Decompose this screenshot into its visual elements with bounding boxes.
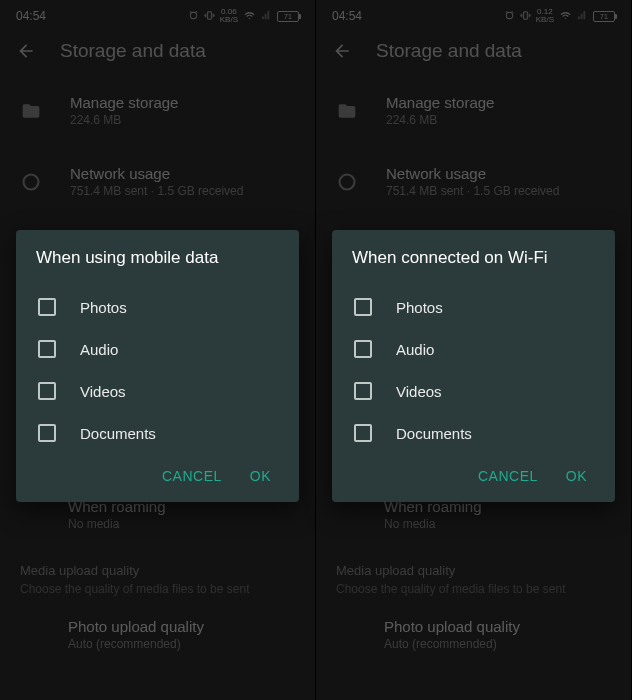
photo-quality-title: Photo upload quality bbox=[68, 618, 204, 635]
photo-quality-sub: Auto (recommended) bbox=[384, 637, 520, 651]
status-icons: 0.06KB/S 71 bbox=[188, 8, 299, 24]
manage-storage-title: Manage storage bbox=[70, 94, 178, 111]
quality-section-label: Media upload quality bbox=[0, 545, 315, 582]
quality-section-sub: Choose the quality of media files to be … bbox=[316, 582, 631, 604]
network-usage-row[interactable]: Network usage 751.4 MB sent · 1.5 GB rec… bbox=[0, 151, 315, 212]
quality-section-sub: Choose the quality of media files to be … bbox=[0, 582, 315, 604]
wifi-icon bbox=[243, 10, 256, 23]
alarm-icon bbox=[504, 10, 515, 23]
option-audio[interactable]: Audio bbox=[36, 328, 279, 370]
phone-right: 04:54 0.12KB/S 71 Storage and data Manag… bbox=[316, 0, 632, 700]
option-audio[interactable]: Audio bbox=[352, 328, 595, 370]
option-label: Videos bbox=[396, 383, 442, 400]
page-header: Storage and data bbox=[0, 28, 315, 80]
status-icons: 0.12KB/S 71 bbox=[504, 8, 615, 24]
checkbox-icon[interactable] bbox=[354, 340, 372, 358]
net-speed: 0.12KB/S bbox=[536, 8, 554, 24]
page-title: Storage and data bbox=[60, 40, 206, 62]
manage-storage-sub: 224.6 MB bbox=[70, 113, 178, 127]
option-photos[interactable]: Photos bbox=[352, 286, 595, 328]
checkbox-icon[interactable] bbox=[354, 382, 372, 400]
quality-section-label: Media upload quality bbox=[316, 545, 631, 582]
data-usage-icon bbox=[20, 171, 42, 193]
folder-icon bbox=[336, 100, 358, 122]
battery-icon: 71 bbox=[277, 11, 299, 22]
option-label: Videos bbox=[80, 383, 126, 400]
dialog-title: When connected on Wi-Fi bbox=[352, 248, 595, 268]
option-videos[interactable]: Videos bbox=[352, 370, 595, 412]
media-autodownload-dialog: When connected on Wi-Fi Photos Audio Vid… bbox=[332, 230, 615, 502]
photo-quality-row[interactable]: Photo upload quality Auto (recommended) bbox=[316, 604, 631, 665]
manage-storage-row[interactable]: Manage storage 224.6 MB bbox=[316, 80, 631, 141]
vibrate-icon bbox=[520, 10, 531, 23]
checkbox-icon[interactable] bbox=[38, 382, 56, 400]
ok-button[interactable]: OK bbox=[250, 468, 271, 484]
checkbox-icon[interactable] bbox=[38, 424, 56, 442]
status-bar: 04:54 0.12KB/S 71 bbox=[316, 0, 631, 28]
cancel-button[interactable]: CANCEL bbox=[162, 468, 222, 484]
signal-icon bbox=[261, 10, 272, 23]
alarm-icon bbox=[188, 10, 199, 23]
option-label: Photos bbox=[396, 299, 443, 316]
battery-icon: 71 bbox=[593, 11, 615, 22]
photo-quality-title: Photo upload quality bbox=[384, 618, 520, 635]
back-icon[interactable] bbox=[332, 41, 352, 61]
dialog-title: When using mobile data bbox=[36, 248, 279, 268]
wifi-icon bbox=[559, 10, 572, 23]
page-title: Storage and data bbox=[376, 40, 522, 62]
checkbox-icon[interactable] bbox=[354, 424, 372, 442]
network-usage-sub: 751.4 MB sent · 1.5 GB received bbox=[386, 184, 559, 198]
option-label: Photos bbox=[80, 299, 127, 316]
dialog-actions: CANCEL OK bbox=[36, 454, 279, 492]
clock: 04:54 bbox=[16, 9, 46, 23]
dialog-actions: CANCEL OK bbox=[352, 454, 595, 492]
option-label: Audio bbox=[396, 341, 434, 358]
status-bar: 04:54 0.06KB/S 71 bbox=[0, 0, 315, 28]
media-autodownload-dialog: When using mobile data Photos Audio Vide… bbox=[16, 230, 299, 502]
network-usage-title: Network usage bbox=[386, 165, 559, 182]
checkbox-icon[interactable] bbox=[38, 298, 56, 316]
svg-point-1 bbox=[340, 174, 355, 189]
svg-point-0 bbox=[24, 174, 39, 189]
checkbox-icon[interactable] bbox=[38, 340, 56, 358]
network-usage-sub: 751.4 MB sent · 1.5 GB received bbox=[70, 184, 243, 198]
cancel-button[interactable]: CANCEL bbox=[478, 468, 538, 484]
option-photos[interactable]: Photos bbox=[36, 286, 279, 328]
ok-button[interactable]: OK bbox=[566, 468, 587, 484]
phone-left: 04:54 0.06KB/S 71 Storage and data Manag… bbox=[0, 0, 316, 700]
photo-quality-row[interactable]: Photo upload quality Auto (recommended) bbox=[0, 604, 315, 665]
manage-storage-sub: 224.6 MB bbox=[386, 113, 494, 127]
network-usage-row[interactable]: Network usage 751.4 MB sent · 1.5 GB rec… bbox=[316, 151, 631, 212]
page-header: Storage and data bbox=[316, 28, 631, 80]
back-icon[interactable] bbox=[16, 41, 36, 61]
option-documents[interactable]: Documents bbox=[36, 412, 279, 454]
folder-icon bbox=[20, 100, 42, 122]
checkbox-icon[interactable] bbox=[354, 298, 372, 316]
signal-icon bbox=[577, 10, 588, 23]
option-label: Documents bbox=[80, 425, 156, 442]
clock: 04:54 bbox=[332, 9, 362, 23]
photo-quality-sub: Auto (recommended) bbox=[68, 637, 204, 651]
manage-storage-row[interactable]: Manage storage 224.6 MB bbox=[0, 80, 315, 141]
option-documents[interactable]: Documents bbox=[352, 412, 595, 454]
data-usage-icon bbox=[336, 171, 358, 193]
vibrate-icon bbox=[204, 10, 215, 23]
option-label: Audio bbox=[80, 341, 118, 358]
roaming-sub: No media bbox=[68, 517, 166, 531]
option-videos[interactable]: Videos bbox=[36, 370, 279, 412]
net-speed: 0.06KB/S bbox=[220, 8, 238, 24]
manage-storage-title: Manage storage bbox=[386, 94, 494, 111]
network-usage-title: Network usage bbox=[70, 165, 243, 182]
option-label: Documents bbox=[396, 425, 472, 442]
roaming-sub: No media bbox=[384, 517, 482, 531]
